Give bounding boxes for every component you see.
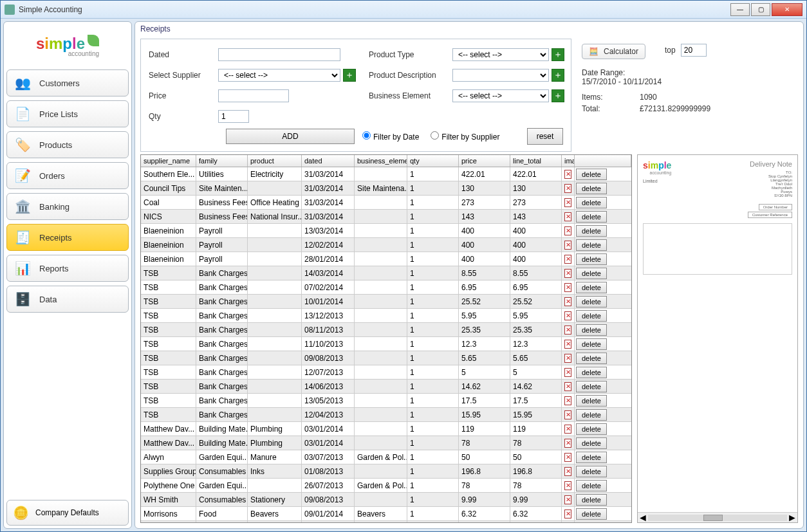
table-row[interactable]: TSBBank Charges14/06/2013114.6214.62✕del… bbox=[141, 380, 631, 394]
sidebar-item-data[interactable]: 🗄️Data bbox=[6, 286, 129, 313]
sidebar-item-pricelists[interactable]: 📄Price Lists bbox=[6, 100, 129, 127]
delete-button[interactable]: delete bbox=[576, 310, 607, 322]
delete-icon[interactable]: ✕ bbox=[564, 495, 571, 504]
sidebar-item-reports[interactable]: 📊Reports bbox=[6, 255, 129, 282]
column-header[interactable]: price bbox=[459, 155, 510, 167]
delete-icon[interactable]: ✕ bbox=[564, 467, 571, 476]
delete-button[interactable]: delete bbox=[576, 522, 607, 523]
table-row[interactable]: WH SmithConsumablesStationery09/08/20131… bbox=[141, 493, 631, 507]
column-header[interactable]: line_total bbox=[510, 155, 562, 167]
sidebar-item-customers[interactable]: 👥Customers bbox=[6, 69, 129, 96]
delete-button[interactable]: delete bbox=[576, 253, 607, 265]
preview-scrollbar[interactable]: ◄ ► bbox=[638, 512, 797, 522]
table-row[interactable]: BlaeneinionPayroll12/02/20141400400✕dele… bbox=[141, 238, 631, 252]
scroll-left-icon[interactable]: ◄ bbox=[638, 512, 648, 524]
delete-button[interactable]: delete bbox=[576, 381, 607, 392]
delete-button[interactable]: delete bbox=[576, 508, 607, 520]
delete-button[interactable]: delete bbox=[576, 466, 607, 477]
table-row[interactable]: NICSBusiness FeesNational Insur...31/03/… bbox=[141, 210, 631, 224]
sidebar-item-orders[interactable]: 📝Orders bbox=[6, 162, 129, 189]
delete-button[interactable]: delete bbox=[576, 296, 607, 307]
table-row[interactable]: AlwynGarden Equi...Manure03/07/2013Garde… bbox=[141, 450, 631, 464]
add-supplier-button[interactable]: ＋ bbox=[343, 69, 356, 82]
table-row[interactable]: Polythene OneGarden Equi...26/07/2013Gar… bbox=[141, 479, 631, 493]
table-row[interactable]: CoalBusiness FeesOffice Heating31/03/201… bbox=[141, 196, 631, 210]
table-row[interactable]: TSBBank Charges08/11/2013125.3525.35✕del… bbox=[141, 323, 631, 337]
calculator-button[interactable]: 🧮 Calculator bbox=[582, 44, 645, 59]
delete-icon[interactable]: ✕ bbox=[564, 509, 571, 518]
delete-button[interactable]: delete bbox=[576, 480, 607, 491]
table-row[interactable]: MorrisonsFoodBeavers28/08/2013Beavers114… bbox=[141, 521, 631, 522]
filter-by-supplier-radio[interactable]: Filter by Supplier bbox=[431, 131, 499, 142]
delete-button[interactable]: delete bbox=[576, 211, 607, 223]
delete-icon[interactable]: ✕ bbox=[564, 382, 571, 391]
top-input[interactable] bbox=[681, 44, 707, 57]
company-defaults-button[interactable]: 🪙 Company Defaults bbox=[6, 500, 129, 526]
delete-button[interactable]: delete bbox=[576, 395, 607, 407]
price-input[interactable] bbox=[218, 89, 289, 102]
table-row[interactable]: TSBBank Charges12/04/2013115.9515.95✕del… bbox=[141, 408, 631, 422]
table-row[interactable]: Council TipsSite Mainten...31/03/2014Sit… bbox=[141, 181, 631, 196]
delete-button[interactable]: delete bbox=[576, 437, 607, 449]
delete-button[interactable]: delete bbox=[576, 409, 607, 421]
titlebar[interactable]: Simple Accounting — ▢ ✕ bbox=[1, 1, 806, 19]
supplier-select[interactable]: <-- select --> bbox=[218, 69, 340, 82]
delete-button[interactable]: delete bbox=[576, 423, 607, 435]
column-header[interactable]: qty bbox=[407, 155, 459, 167]
close-button[interactable]: ✕ bbox=[772, 3, 802, 16]
delete-button[interactable]: delete bbox=[576, 169, 607, 180]
delete-icon[interactable]: ✕ bbox=[564, 241, 571, 250]
table-row[interactable]: TSBBank Charges09/08/201315.655.65✕delet… bbox=[141, 351, 631, 365]
table-row[interactable]: BlaeneinionPayroll28/01/20141400400✕dele… bbox=[141, 252, 631, 266]
column-header[interactable]: business_eleme bbox=[355, 155, 407, 167]
delete-icon[interactable]: ✕ bbox=[564, 326, 571, 335]
delete-icon[interactable]: ✕ bbox=[564, 198, 571, 207]
delete-icon[interactable]: ✕ bbox=[564, 354, 571, 363]
table-row[interactable]: TSBBank Charges13/05/2013117.517.5✕delet… bbox=[141, 394, 631, 408]
delete-button[interactable]: delete bbox=[576, 268, 607, 279]
delete-button[interactable]: delete bbox=[576, 353, 607, 364]
add-button[interactable]: ADD bbox=[226, 129, 355, 144]
add-product-type-button[interactable]: ＋ bbox=[552, 48, 564, 61]
maximize-button[interactable]: ▢ bbox=[751, 3, 770, 16]
column-header[interactable]: product bbox=[248, 155, 302, 167]
delete-icon[interactable]: ✕ bbox=[564, 368, 571, 377]
table-row[interactable]: TSBBank Charges14/03/201418.558.55✕delet… bbox=[141, 266, 631, 280]
delete-icon[interactable]: ✕ bbox=[564, 297, 571, 306]
delete-icon[interactable]: ✕ bbox=[564, 439, 571, 448]
delete-icon[interactable]: ✕ bbox=[564, 340, 571, 349]
delete-button[interactable]: delete bbox=[576, 494, 607, 506]
sidebar-item-banking[interactable]: 🏛️Banking bbox=[6, 193, 129, 220]
table-row[interactable]: Matthew Dav...Building Mate...Plumbing03… bbox=[141, 436, 631, 450]
dated-input[interactable] bbox=[218, 48, 340, 61]
add-product-desc-button[interactable]: ＋ bbox=[552, 69, 564, 82]
delete-icon[interactable]: ✕ bbox=[564, 283, 571, 292]
delete-icon[interactable]: ✕ bbox=[564, 425, 571, 434]
table-row[interactable]: MorrisonsFoodBeavers09/01/2014Beavers16.… bbox=[141, 507, 631, 521]
product-type-select[interactable]: <-- select --> bbox=[452, 48, 549, 61]
product-desc-select[interactable] bbox=[452, 69, 549, 82]
table-row[interactable]: BlaeneinionPayroll13/03/20141400400✕dele… bbox=[141, 224, 631, 238]
delete-icon[interactable]: ✕ bbox=[564, 255, 571, 264]
business-element-select[interactable]: <-- select --> bbox=[452, 89, 549, 102]
delete-icon[interactable]: ✕ bbox=[564, 269, 571, 278]
delete-icon[interactable]: ✕ bbox=[564, 410, 571, 419]
delete-icon[interactable]: ✕ bbox=[564, 311, 571, 320]
delete-icon[interactable]: ✕ bbox=[564, 184, 571, 193]
sidebar-item-receipts[interactable]: 🧾Receipts bbox=[6, 224, 129, 251]
delete-button[interactable]: delete bbox=[576, 225, 607, 237]
delete-icon[interactable]: ✕ bbox=[564, 212, 571, 221]
add-business-element-button[interactable]: ＋ bbox=[552, 89, 564, 102]
table-row[interactable]: TSBBank Charges13/12/201315.955.95✕delet… bbox=[141, 309, 631, 323]
grid-body[interactable]: Southern Ele...UtilitiesElectricity31/03… bbox=[141, 167, 631, 522]
delete-button[interactable]: delete bbox=[576, 282, 607, 293]
delete-icon[interactable]: ✕ bbox=[564, 396, 571, 405]
delete-button[interactable]: delete bbox=[576, 338, 607, 350]
delete-button[interactable]: delete bbox=[576, 183, 607, 194]
delete-icon[interactable]: ✕ bbox=[564, 481, 571, 490]
sidebar-item-products[interactable]: 🏷️Products bbox=[6, 131, 129, 158]
delete-icon[interactable]: ✕ bbox=[564, 226, 571, 235]
column-header[interactable]: ima bbox=[562, 155, 575, 167]
qty-stepper[interactable] bbox=[218, 110, 249, 123]
scroll-right-icon[interactable]: ► bbox=[787, 512, 797, 524]
